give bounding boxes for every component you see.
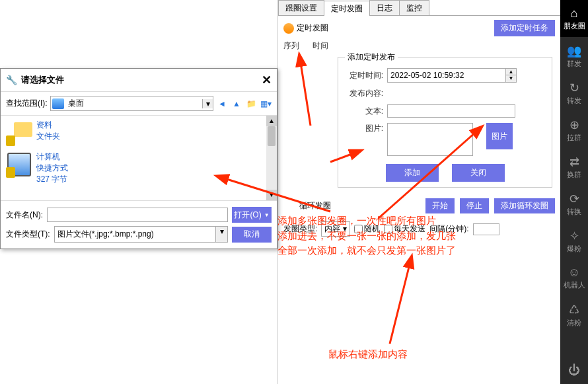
desktop-icon: [52, 98, 64, 109]
sidebar-item-mass[interactable]: 👥群发: [560, 37, 588, 74]
group-icon: ⊕: [570, 118, 579, 132]
file-chooser-dialog: 🔧 请选择文件 ✕ 查找范围(I): 桌面 ▾ ◄ ▲ 📁 ▦▾ 资料 文件夹: [0, 68, 277, 249]
sidebar-item-clean[interactable]: ♺清粉: [560, 296, 588, 333]
new-folder-icon[interactable]: 📁: [245, 98, 257, 110]
daily-checkbox[interactable]: 每天发送: [384, 223, 425, 235]
open-button[interactable]: 打开(O)▼: [232, 207, 272, 223]
main-panel: 跟圈设置 定时发圈 日志 监控 定时发圈 添加定时任务 序列 时间 添加定时发布…: [277, 0, 560, 384]
loop-title: 循环发圈: [299, 200, 331, 211]
scrollbar[interactable]: ▲ ▼: [266, 116, 277, 200]
sidebar-item-label: 换群: [567, 171, 581, 178]
burst-icon: ✧: [570, 229, 579, 243]
timed-title: 定时发圈: [297, 22, 328, 34]
text-input[interactable]: [387, 104, 515, 118]
text-label: 文本:: [344, 106, 383, 117]
scroll-up-icon[interactable]: ▲: [266, 116, 277, 126]
filetype-label: 文件类型(T):: [6, 229, 50, 240]
tab-timed-post[interactable]: 定时发圈: [324, 1, 370, 16]
filetype-value: 图片文件(*.jpg;*.bmp;*.png): [55, 227, 215, 242]
add-timed-panel: 添加定时发布 定时时间: 2022-05-02 10:59:32 ▲▼ 发布内容…: [338, 57, 552, 188]
timed-icon: [283, 23, 294, 34]
wrench-icon: 🔧: [6, 75, 17, 85]
tab-follow-settings[interactable]: 跟圈设置: [278, 0, 324, 15]
sidebar-item-label: 转换: [567, 208, 581, 215]
col-seq: 序列: [283, 40, 299, 52]
filename-label: 文件名(N):: [6, 210, 43, 221]
sidebar-item-pullgroup[interactable]: ⊕拉群: [560, 111, 588, 148]
file-type: 快捷方式: [36, 163, 68, 174]
sidebar-item-forward[interactable]: ↻转发: [560, 74, 588, 111]
file-name: 计算机: [36, 151, 68, 163]
filetype-combo[interactable]: 图片文件(*.jpg;*.bmp;*.png) ▾: [54, 226, 228, 243]
filename-input[interactable]: [47, 208, 228, 222]
time-label: 定时时间:: [344, 70, 383, 81]
random-checkbox[interactable]: 随机: [354, 223, 380, 235]
interval-input[interactable]: [473, 223, 499, 235]
sidebar-item-swapgroup[interactable]: ⇄换群: [560, 148, 588, 185]
loop-icon: [283, 201, 294, 211]
tab-log[interactable]: 日志: [369, 0, 400, 15]
sidebar-item-label: 朋友圈: [564, 22, 585, 30]
file-size: 327 字节: [36, 174, 68, 185]
list-item[interactable]: 计算机 快捷方式 327 字节: [6, 151, 272, 184]
app-sidebar: ⌂ 朋友圈 👥群发 ↻转发 ⊕拉群 ⇄换群 ⟳转换 ✧爆粉 ☺机器人 ♺清粉 ⏻: [560, 0, 588, 384]
close-icon[interactable]: ✕: [262, 73, 272, 87]
sidebar-item-burst[interactable]: ✧爆粉: [560, 222, 588, 259]
sidebar-item-label: 清粉: [567, 319, 581, 326]
dialog-title: 请选择文件: [21, 74, 64, 86]
file-type: 文件夹: [36, 131, 60, 142]
content-label: 发布内容:: [344, 88, 383, 99]
col-time: 时间: [312, 40, 328, 52]
lookin-value: 桌面: [65, 96, 202, 110]
type-label: 发圈类型:: [283, 223, 317, 235]
tab-monitor[interactable]: 监控: [399, 0, 429, 15]
robot-icon: ☺: [568, 266, 580, 280]
cancel-button[interactable]: 取消: [232, 227, 272, 243]
sidebar-item-label: 转发: [567, 96, 581, 104]
computer-icon: [6, 151, 32, 178]
datetime-spinner[interactable]: ▲▼: [505, 69, 516, 82]
list-item[interactable]: 资料 文件夹: [6, 120, 272, 146]
view-icon[interactable]: ▦▾: [260, 98, 272, 110]
image-button[interactable]: 图片: [486, 123, 513, 149]
type-select[interactable]: 内容 ▾: [321, 221, 350, 237]
close-button[interactable]: 关闭: [452, 164, 505, 182]
image-label: 图片:: [344, 123, 383, 134]
chevron-down-icon[interactable]: ▾: [202, 99, 213, 108]
home-icon: ⌂: [571, 7, 578, 20]
back-icon[interactable]: ◄: [216, 98, 228, 110]
file-list[interactable]: 资料 文件夹 计算机 快捷方式 327 字节 ▲ ▼: [1, 115, 277, 201]
datetime-input[interactable]: 2022-05-02 10:59:32 ▲▼: [387, 68, 517, 83]
timed-section-head: 定时发圈 添加定时任务: [278, 16, 560, 40]
add-timed-task-button[interactable]: 添加定时任务: [494, 20, 555, 36]
power-icon[interactable]: ⏻: [560, 357, 588, 384]
add-loop-button[interactable]: 添加循环发圈: [494, 198, 555, 213]
clean-icon: ♺: [569, 303, 579, 317]
sidebar-item-label: 爆粉: [567, 245, 581, 252]
stop-button[interactable]: 停止: [460, 198, 489, 213]
add-button[interactable]: 添加: [386, 164, 439, 182]
scroll-down-icon[interactable]: ▼: [266, 190, 277, 200]
up-icon[interactable]: ▲: [231, 98, 242, 110]
sidebar-item-moments[interactable]: ⌂ 朋友圈: [560, 0, 588, 37]
folder-icon: [6, 120, 32, 146]
refresh-icon: ↻: [570, 81, 579, 95]
main-tabs: 跟圈设置 定时发圈 日志 监控: [278, 0, 560, 16]
sidebar-item-convert[interactable]: ⟳转换: [560, 185, 588, 222]
file-name: 资料: [36, 120, 60, 131]
dialog-titlebar: 🔧 请选择文件 ✕: [1, 69, 277, 92]
image-box[interactable]: [387, 123, 473, 156]
sidebar-item-robot[interactable]: ☺机器人: [560, 259, 588, 296]
sidebar-item-label: 群发: [567, 59, 581, 67]
sidebar-item-label: 机器人: [564, 281, 585, 289]
swap-icon: ⇄: [570, 155, 579, 169]
chevron-down-icon[interactable]: ▾: [215, 227, 227, 242]
lookin-label: 查找范围(I):: [6, 98, 48, 109]
timed-columns: 序列 时间: [278, 40, 560, 54]
convert-icon: ⟳: [570, 192, 579, 206]
interval-label: 间隔(分钟):: [429, 223, 468, 235]
lookin-combo[interactable]: 桌面 ▾: [50, 96, 213, 111]
datetime-value[interactable]: 2022-05-02 10:59:32: [388, 69, 505, 81]
start-button[interactable]: 开始: [425, 198, 455, 213]
scroll-thumb[interactable]: [268, 126, 276, 146]
